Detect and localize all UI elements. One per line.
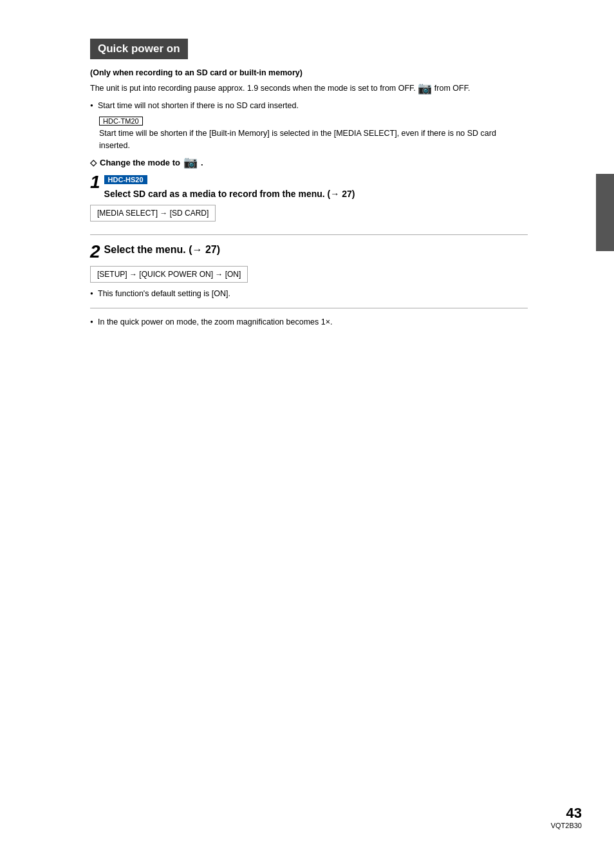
camera-icon-2: 📷 <box>183 155 198 169</box>
step1-header: 1 HDC-HS20 Select SD card as a media to … <box>90 175 528 201</box>
step1-title: Select SD card as a media to record from… <box>104 188 528 201</box>
bullet-item-1: Start time will not shorten if there is … <box>90 100 528 112</box>
page-container: Quick power on (Only when recording to a… <box>0 0 614 868</box>
tm20-block: HDC-TM20 Start time will be shorten if t… <box>90 115 528 152</box>
camera-icon-1: 📷 <box>418 82 432 95</box>
subtitle: (Only when recording to an SD card or bu… <box>90 68 528 77</box>
step1-content: HDC-HS20 Select SD card as a media to re… <box>104 175 528 201</box>
step2-title: Select the menu. (→ 27) <box>104 244 221 256</box>
bullet-item-3: In the quick power on mode, the zoom mag… <box>90 316 528 328</box>
right-tab <box>596 174 614 251</box>
command-box-1: [MEDIA SELECT] → [SD CARD] <box>90 205 216 222</box>
step2-content: Select the menu. (→ 27) <box>104 243 221 256</box>
diamond-change-mode: ◇ Change the mode to 📷 . <box>90 155 528 169</box>
bullet-item-2: This function's default setting is [ON]. <box>90 288 528 300</box>
page-code: VQT2B30 <box>551 822 582 829</box>
step2-header: 2 Select the menu. (→ 27) <box>90 243 528 261</box>
step1-number: 1 <box>90 173 100 191</box>
section-title: Quick power on <box>90 39 188 59</box>
command-box-2: [SETUP] → [QUICK POWER ON] → [ON] <box>90 266 248 283</box>
page-number-area: 43 VQT2B30 <box>551 805 582 829</box>
divider-1 <box>90 234 528 235</box>
body-text-1: The unit is put into recording pause app… <box>90 80 528 97</box>
diamond-label: Change the mode to <box>100 158 180 167</box>
step2-number: 2 <box>90 243 100 261</box>
indent-text: Start time will be shorten if the [Built… <box>99 127 528 152</box>
page-number: 43 <box>551 805 582 822</box>
tag-hs20: HDC-HS20 <box>104 175 147 184</box>
divider-2 <box>90 308 528 308</box>
tag-tm20: HDC-TM20 <box>99 117 143 126</box>
main-content: Quick power on (Only when recording to a… <box>0 0 554 868</box>
